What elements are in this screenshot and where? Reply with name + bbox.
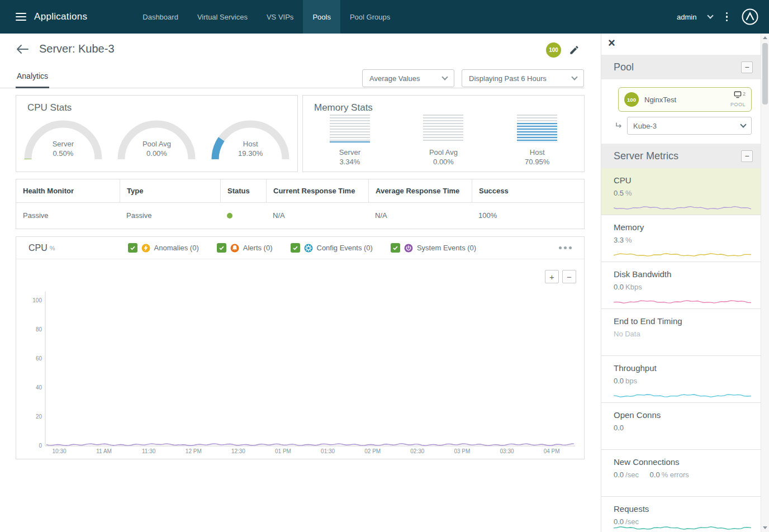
page-title: Server: Kube-3 [39,42,115,55]
system-power-icon [404,243,414,253]
cell-success: 100% [472,203,584,229]
anomaly-icon [141,243,151,253]
col-success: Success [472,179,584,202]
cell-current: N/A [266,203,368,229]
server-metrics-header: Server Metrics − [601,144,761,168]
metric-tile-memory[interactable]: Memory 3.3% [601,215,761,262]
scroll-down-arrow[interactable] [761,524,769,532]
zoom-controls: + − [545,270,576,283]
server-select-value: Kube-3 [633,122,657,130]
server-select-row: Kube-3 [615,117,752,135]
pool-server-count: 2 [743,91,746,97]
cell-monitor: Passive [16,203,120,229]
close-icon[interactable]: × [608,36,615,50]
cell-average: N/A [368,203,472,229]
nav-dashboard[interactable]: Dashboard [133,0,188,34]
collapse-pool-button[interactable]: − [741,61,753,73]
metric-tile-throughput[interactable]: Throughput 0.0bps [601,356,761,403]
metric-tile-disk-bandwidth[interactable]: Disk Bandwidth 0.0Kbps [601,262,761,309]
membar-pool-avg: Pool Avg0.00% [401,115,485,167]
event-toggles: Anomalies (0) Alerts (0) Config Events (… [128,243,477,253]
pool-card[interactable]: 100 NginxTest 2 POOL [618,87,752,112]
health-score-badge[interactable]: 100 [546,42,561,58]
memory-stats-card: Memory Stats Server3.34% Pool Avg0.00% H… [302,95,585,172]
chart-options-menu-icon[interactable] [559,246,572,249]
checkbox-checked-icon[interactable] [128,243,137,253]
header-actions: 100 [546,42,580,58]
metric-values-select[interactable]: Average Values [362,69,454,87]
time-range-select[interactable]: Displaying Past 6 Hours [462,69,584,87]
metric-tile-new-connections[interactable]: New Connections 0.0/sec 0.0% errors [601,450,761,497]
cpu-chart-card: CPU % Anomalies (0) Alerts (0) Config Ev… [16,236,585,459]
detail-sidebar: × Pool − 100 NginxTest 2 POOL Kube-3 [601,34,761,532]
pool-meta: 2 POOL [730,91,746,108]
membar-host: Host70.95% [495,115,579,167]
col-average-response: Average Response Time [368,179,472,202]
hamburger-menu-icon[interactable] [16,11,26,23]
zoom-in-button[interactable]: + [545,270,559,283]
pool-name: NginxTest [644,96,676,104]
page-scrollbar[interactable] [761,34,769,532]
nav-pool-groups[interactable]: Pool Groups [340,0,400,34]
metric-tile-cpu[interactable]: CPU 0.5% [601,168,761,215]
cpu-stats-card: CPU Stats Server0.50% Pool Avg0.00% Host… [16,95,298,172]
chevron-down-icon [740,121,746,127]
alert-icon [230,243,240,253]
metric-values-label: Average Values [369,74,420,83]
scroll-up-arrow[interactable] [761,34,769,42]
scrollbar-thumb[interactable] [762,43,768,104]
nav-vs-vips[interactable]: VS VIPs [257,0,303,34]
col-type: Type [120,179,220,202]
user-menu[interactable]: admin [677,13,696,21]
branch-arrow-icon [615,122,623,130]
chevron-down-icon[interactable] [707,12,713,18]
membar-server: Server3.34% [308,115,392,167]
page-header: Server: Kube-3 [16,42,115,55]
cpu-chart: 020406080100 10:3011 AM11:3012 PM12:3001… [16,259,584,459]
metric-tile-open-conns[interactable]: Open Conns 0.0 [601,403,761,450]
throughput-sparkline [614,392,752,399]
cell-status [220,203,266,229]
zoom-out-button[interactable]: − [562,270,576,283]
edit-pencil-icon[interactable] [569,45,580,55]
time-range-label: Displaying Past 6 Hours [469,74,547,83]
toggle-alerts[interactable]: Alerts (0) [217,243,273,253]
toggle-config-events[interactable]: Config Events (0) [291,243,373,253]
server-select[interactable]: Kube-3 [627,117,752,135]
cpu-stats-title: CPU Stats [27,102,72,113]
pool-health-badge: 100 [624,92,639,107]
toggle-system-events[interactable]: System Events (0) [391,243,476,253]
tab-analytics[interactable]: Analytics [16,72,49,88]
col-current-response: Current Response Time [266,179,368,202]
checkbox-checked-icon[interactable] [291,243,300,253]
no-data-label: No Data [614,330,752,338]
nav-pools[interactable]: Pools [303,0,340,34]
avi-logo-icon[interactable] [741,8,759,26]
collapse-metrics-button[interactable]: − [741,150,753,162]
health-monitor-table: Health Monitor Type Status Current Respo… [16,179,585,229]
nav-virtual-services[interactable]: Virtual Services [188,0,257,34]
chart-canvas [16,259,584,459]
table-header: Health Monitor Type Status Current Respo… [16,179,584,203]
memory-sparkline [614,251,752,258]
top-navbar: Applications Dashboard Virtual Services … [0,0,769,34]
table-row[interactable]: Passive Passive N/A N/A 100% [16,203,584,229]
metric-tile-requests[interactable]: Requests 0.0/sec [601,497,761,532]
navbar-right: admin [677,8,769,26]
cell-type: Passive [120,203,220,229]
kebab-menu-icon[interactable] [724,10,730,24]
chart-header: CPU % Anomalies (0) Alerts (0) Config Ev… [16,237,584,259]
col-status: Status [220,179,266,202]
back-arrow-icon[interactable] [16,44,29,55]
toggle-anomalies[interactable]: Anomalies (0) [128,243,199,253]
col-health-monitor: Health Monitor [16,179,120,202]
main-nav: Dashboard Virtual Services VS VIPs Pools… [133,0,400,34]
server-icon [734,91,742,98]
disk-sparkline [614,298,752,305]
checkbox-checked-icon[interactable] [217,243,226,253]
memory-stats-title: Memory Stats [314,102,373,113]
app-root: Applications Dashboard Virtual Services … [0,0,769,532]
checkbox-checked-icon[interactable] [391,243,400,253]
metric-tile-end-to-end[interactable]: End to End Timing No Data [601,309,761,356]
gauge-pool-avg-cpu: Pool Avg0.00% [115,115,198,166]
